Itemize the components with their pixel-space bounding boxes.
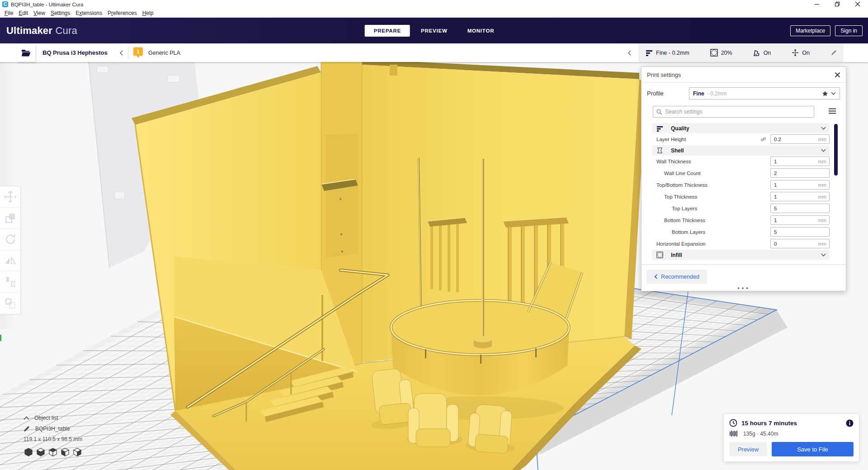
summary-support: On bbox=[753, 49, 771, 56]
tab-prepare[interactable]: PREPARE bbox=[365, 25, 410, 37]
printer-selector[interactable]: BQ Prusa i3 Hephestos bbox=[38, 43, 128, 62]
setting-row-bottom-layers: Bottom Layers5 bbox=[652, 226, 830, 238]
star-icon[interactable] bbox=[822, 90, 828, 97]
profile-label: Profile bbox=[647, 90, 664, 97]
menu-item-help[interactable]: Help bbox=[140, 9, 156, 17]
search-icon bbox=[656, 109, 662, 115]
close-button[interactable] bbox=[848, 0, 868, 9]
menu-item-extensions[interactable]: Extensions bbox=[73, 9, 105, 17]
recommended-mode-button[interactable]: Recommended bbox=[646, 270, 707, 284]
menu-item-settings[interactable]: Settings bbox=[48, 9, 73, 17]
support-blocker-tool-icon bbox=[5, 298, 16, 309]
support-icon bbox=[753, 49, 760, 56]
window-titlebar: C BQPI3H_table - Ultimaker Cura bbox=[0, 0, 868, 9]
move-tool-icon bbox=[5, 191, 16, 203]
clock-icon bbox=[729, 419, 737, 427]
object-list-toggle[interactable]: Object list bbox=[24, 415, 82, 421]
view-right-button[interactable] bbox=[72, 447, 82, 457]
menu-bar: FileEditViewSettingsExtensionsPreference… bbox=[0, 9, 868, 18]
setting-row-horizontal-expansion: Horizontal Expansion0mm bbox=[652, 238, 830, 250]
panel-title: Print settings bbox=[647, 71, 835, 78]
summary-infill: 20% bbox=[710, 49, 732, 57]
open-file-button[interactable] bbox=[17, 43, 35, 62]
search-input[interactable] bbox=[665, 109, 811, 115]
stage-tabs: PREPARE PREVIEW MONITOR bbox=[365, 25, 504, 37]
menu-item-preferences[interactable]: Preferences bbox=[105, 9, 140, 17]
print-time-estimate: 15 hours 7 minutes bbox=[741, 420, 842, 427]
preview-button[interactable]: Preview bbox=[729, 442, 767, 456]
menu-item-view[interactable]: View bbox=[31, 9, 48, 17]
extruder-material-selector[interactable]: 1 Generic PLA bbox=[133, 43, 180, 62]
edit-pencil-icon bbox=[24, 425, 30, 432]
print-settings-summary[interactable]: Fine - 0.2mm 20% On On bbox=[639, 43, 844, 62]
settings-section-quality[interactable]: Quality bbox=[652, 123, 830, 133]
configuration-bar: BQ Prusa i3 Hephestos 1 Generic PLA Fine… bbox=[0, 43, 868, 62]
edit-pencil-icon[interactable] bbox=[830, 49, 837, 56]
setting-value-input[interactable]: 0.2mm bbox=[770, 134, 830, 144]
settings-section-shell[interactable]: Shell bbox=[652, 145, 830, 156]
settings-section-infill[interactable]: Infill bbox=[652, 250, 830, 260]
rotate-tool[interactable] bbox=[0, 229, 20, 250]
minimize-icon bbox=[815, 2, 820, 7]
setting-value-input[interactable]: 1mm bbox=[770, 192, 830, 201]
chevron-down-icon bbox=[831, 92, 836, 95]
mirror-tool-icon bbox=[5, 255, 16, 266]
support-blocker-tool[interactable] bbox=[0, 293, 20, 314]
object-list-item[interactable]: BQPI3H_table bbox=[24, 425, 82, 432]
setting-row-layer-height: Layer Height0.2mm bbox=[652, 133, 830, 145]
panel-resize-handle[interactable]: ●●● bbox=[642, 286, 846, 290]
restore-button[interactable] bbox=[827, 0, 848, 9]
save-to-file-button[interactable]: Save to File bbox=[772, 442, 854, 456]
brand-ultimaker: Ultimaker bbox=[6, 25, 52, 36]
view-front-icon bbox=[36, 447, 45, 457]
tab-preview[interactable]: PREVIEW bbox=[412, 25, 457, 37]
setting-value-input[interactable]: 1mm bbox=[770, 215, 830, 225]
divider bbox=[128, 46, 128, 59]
printer-name: BQ Prusa i3 Hephestos bbox=[42, 49, 119, 56]
marketplace-button[interactable]: Marketplace bbox=[790, 25, 830, 36]
per-model-settings-tool[interactable] bbox=[0, 271, 20, 293]
setting-value-input[interactable]: 5 bbox=[770, 227, 830, 237]
setting-value-input[interactable]: 0mm bbox=[770, 239, 830, 248]
collapse-material-bar[interactable] bbox=[627, 43, 632, 62]
settings-menu-icon[interactable] bbox=[829, 108, 836, 114]
panel-scrollbar[interactable] bbox=[834, 124, 838, 176]
chevron-down-icon bbox=[821, 149, 826, 152]
mirror-tool[interactable] bbox=[0, 250, 20, 271]
tab-monitor[interactable]: MONITOR bbox=[458, 25, 504, 37]
minimize-button[interactable] bbox=[807, 0, 827, 9]
per-model-settings-tool-icon bbox=[5, 276, 16, 288]
setting-value-input[interactable]: 1mm bbox=[770, 157, 830, 166]
material-usage-estimate: 135g · 45.40m bbox=[743, 431, 778, 437]
view-left-button[interactable] bbox=[60, 447, 70, 457]
menu-item-edit[interactable]: Edit bbox=[16, 9, 31, 17]
model-bqpi3h-table[interactable] bbox=[132, 62, 646, 470]
rotate-tool-icon bbox=[5, 233, 16, 245]
view-front-button[interactable] bbox=[36, 447, 46, 457]
view-top-button[interactable] bbox=[48, 447, 58, 457]
scale-tool[interactable] bbox=[0, 208, 20, 229]
setting-value-input[interactable]: 5 bbox=[770, 204, 830, 213]
profile-dropdown[interactable]: Fine - 0.2mm bbox=[689, 87, 840, 100]
infill-icon bbox=[710, 49, 718, 57]
signin-button[interactable]: Sign in bbox=[835, 25, 863, 36]
info-icon[interactable] bbox=[846, 419, 854, 427]
chevron-down-icon bbox=[821, 253, 826, 256]
chevron-down-icon bbox=[821, 127, 826, 130]
close-panel-icon[interactable] bbox=[835, 72, 840, 78]
view-3d-icon bbox=[24, 447, 33, 457]
menu-item-file[interactable]: File bbox=[2, 9, 16, 17]
move-tool[interactable] bbox=[0, 186, 20, 208]
caret-up-icon bbox=[24, 416, 29, 420]
view-3d-button[interactable] bbox=[24, 447, 33, 457]
chevron-left-icon bbox=[119, 50, 123, 56]
setting-value-input[interactable]: 2 bbox=[770, 168, 830, 178]
cura-app-icon: C bbox=[2, 1, 8, 7]
divider bbox=[642, 264, 846, 265]
tool-dock bbox=[0, 186, 21, 314]
setting-value-input[interactable]: 1mm bbox=[770, 180, 830, 190]
material-name: Generic PLA bbox=[148, 50, 180, 56]
svg-text:1: 1 bbox=[137, 49, 140, 54]
summary-profile: Fine - 0.2mm bbox=[646, 49, 689, 56]
summary-adhesion: On bbox=[792, 49, 810, 57]
